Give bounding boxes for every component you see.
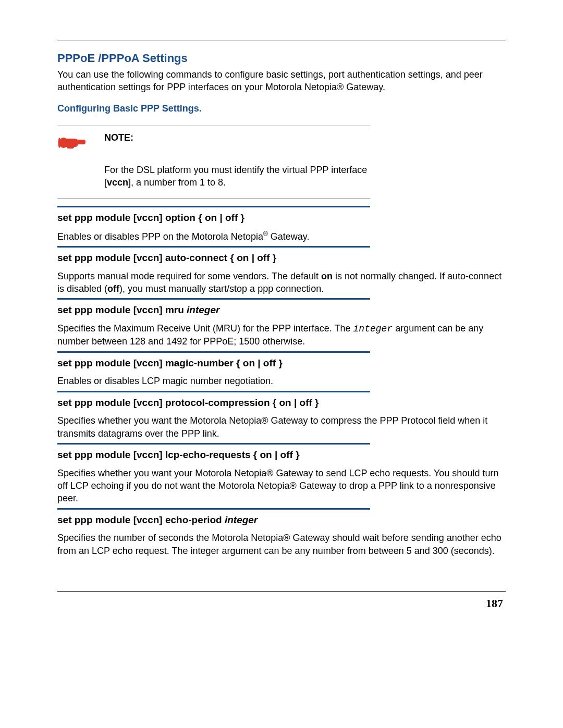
svg-rect-2 [74,140,85,144]
bottom-rule [57,591,506,592]
page-number: 187 [486,597,503,610]
section-intro: You can use the following commands to co… [57,68,506,94]
command-description: Specifies whether you want the Motorola … [57,414,506,440]
note-label: NOTE: [104,132,370,143]
command-rule [57,351,370,353]
command-heading: set ppp module [vccn] magic-number { on … [57,357,506,370]
command-rule [57,391,370,392]
command-description: Enables or disables LCP magic number neg… [57,375,506,387]
top-rule [57,41,506,41]
command-heading: set ppp module [vccn] option { on | off … [57,212,506,225]
command-rule [57,246,370,248]
note-text: For the DSL platform you must identify t… [57,164,370,189]
pointing-hand-icon [57,132,99,154]
command-heading: set ppp module [vccn] echo-period intege… [57,514,506,527]
command-rule [57,443,370,445]
page-content: PPPoE /PPPoA Settings You can use the fo… [57,41,506,557]
command-description: Specifies the number of seconds the Moto… [57,532,506,557]
command-rule [57,298,370,300]
command-description: Enables or disables PPP on the Motorola … [57,230,506,243]
subsection-heading: Configuring Basic PPP Settings. [57,103,506,114]
command-heading: set ppp module [vccn] mru integer [57,304,506,317]
command-heading: set ppp module [vccn] auto-connect { on … [57,252,506,265]
command-rule [57,206,370,207]
command-heading: set ppp module [vccn] protocol-compressi… [57,397,506,410]
section-title: PPPoE /PPPoA Settings [57,52,506,65]
command-rule [57,508,370,510]
command-description: Specifies whether you want your Motorola… [57,467,506,505]
note-box: NOTE: For the DSL platform you must iden… [57,126,370,199]
command-description: Specifies the Maximum Receive Unit (MRU)… [57,322,506,348]
command-description: Supports manual mode required for some v… [57,270,506,295]
svg-rect-3 [67,145,74,149]
command-heading: set ppp module [vccn] lcp-echo-requests … [57,449,506,462]
